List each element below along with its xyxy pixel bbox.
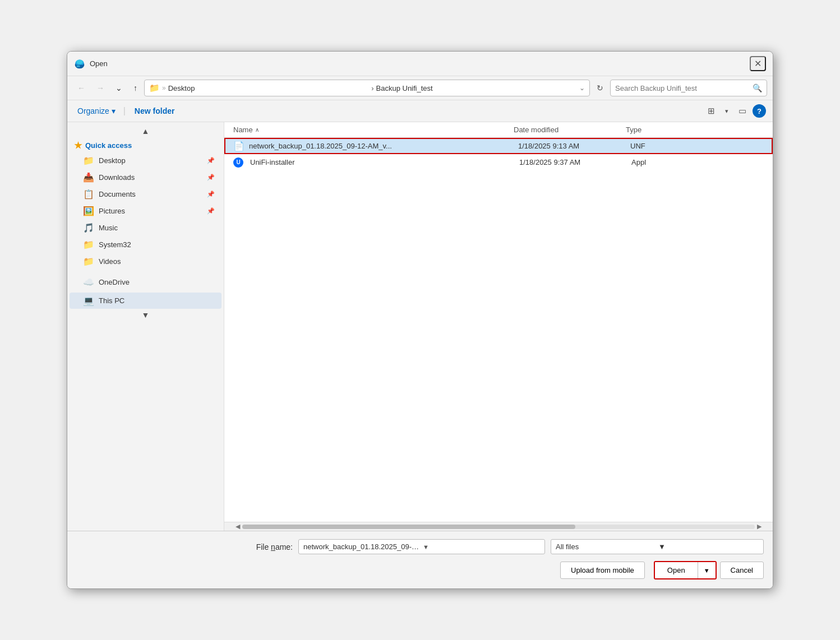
refresh-button[interactable]: ↻	[592, 81, 608, 95]
sidebar-item-system32[interactable]: 📁 System32	[70, 236, 221, 253]
file-area: Name ∧ Date modified Type 📄 network_back…	[224, 122, 773, 531]
scroll-thumb[interactable]	[242, 525, 575, 529]
upload-mobile-button[interactable]: Upload from mobile	[560, 562, 645, 579]
sidebar-item-onedrive[interactable]: ☁️ OneDrive	[70, 274, 221, 290]
quick-access-label: Quick access	[85, 141, 132, 150]
breadcrumb-bar[interactable]: 📁 » Desktop › Backup Unifi_test ⌄	[144, 80, 590, 96]
open-dropdown-button[interactable]: ▼	[698, 562, 716, 578]
title-bar: Open ✕	[67, 52, 773, 76]
open-dialog: Open ✕ ← → ⌄ ↑ 📁 » Desktop › Backup Unif…	[67, 51, 773, 589]
cancel-button[interactable]: Cancel	[720, 562, 764, 579]
view-dropdown-button[interactable]: ▾	[721, 105, 732, 117]
documents-folder-icon: 📋	[83, 189, 94, 200]
file-list-header: Name ∧ Date modified Type	[224, 122, 773, 138]
breadcrumb-separator1: »	[162, 84, 166, 92]
close-button[interactable]: ✕	[750, 56, 766, 71]
search-input[interactable]	[615, 84, 749, 92]
file-type-value: All files	[556, 542, 656, 551]
sidebar-item-documents[interactable]: 📋 Documents 📌	[70, 186, 221, 202]
file-list: 📄 network_backup_01.18.2025_09-12-AM_v..…	[224, 138, 773, 522]
sidebar-item-label-thispc: This PC	[99, 296, 124, 305]
pin-icon-pictures: 📌	[207, 207, 215, 215]
file-name-row: File name: network_backup_01.18.2025_09-…	[76, 539, 764, 554]
sidebar-item-pictures[interactable]: 🖼️ Pictures 📌	[70, 203, 221, 219]
file-type: UNF	[630, 142, 764, 150]
pictures-folder-icon: 🖼️	[83, 206, 94, 216]
desktop-folder-icon: 📁	[83, 155, 94, 166]
horizontal-scrollbar[interactable]: ◀ ▶	[224, 522, 773, 531]
sidebar-item-label-system32: System32	[99, 240, 131, 249]
file-date: 1/18/2025 9:13 AM	[518, 142, 630, 150]
sidebar-item-label-onedrive: OneDrive	[99, 278, 130, 286]
system32-icon: 📁	[83, 239, 94, 250]
downloads-folder-icon: 📥	[83, 172, 94, 183]
sidebar-scroll-down[interactable]: ▼	[67, 309, 224, 321]
onedrive-section: ☁️ OneDrive	[67, 274, 224, 290]
organize-button[interactable]: Organize ▾	[74, 105, 119, 117]
file-name: UniFi-installer	[250, 158, 519, 166]
open-button[interactable]: Open	[655, 562, 698, 578]
sort-arrow: ∧	[255, 127, 259, 133]
dialog-title: Open	[90, 59, 745, 68]
scroll-right-arrow[interactable]: ▶	[757, 523, 761, 530]
back-button[interactable]: ←	[73, 81, 90, 95]
view-controls: ⊞ ▾ ▭ ?	[704, 104, 766, 118]
quick-access-star-icon: ★	[74, 140, 82, 151]
sidebar-item-label-desktop: Desktop	[99, 156, 126, 165]
sidebar-item-thispc[interactable]: 💻 This PC	[70, 293, 221, 309]
file-name-dropdown-icon: ▼	[423, 544, 540, 550]
open-button-group: Open ▼	[654, 561, 717, 579]
list-view-button[interactable]: ⊞	[704, 104, 719, 118]
search-bar[interactable]: 🔍	[610, 80, 767, 96]
preview-pane-button[interactable]: ▭	[735, 104, 750, 118]
pin-icon-documents: 📌	[207, 191, 215, 198]
sidebar-item-label-videos: Videos	[99, 257, 121, 266]
breadcrumb-part1: Desktop	[168, 84, 369, 92]
thispc-section: 💻 This PC	[67, 293, 224, 309]
new-folder-button[interactable]: New folder	[130, 105, 179, 117]
sidebar-item-label-documents: Documents	[99, 190, 136, 198]
table-row[interactable]: 📄 network_backup_01.18.2025_09-12-AM_v..…	[224, 138, 773, 154]
breadcrumb-expand-icon: ⌄	[579, 84, 585, 92]
file-type: Appl	[631, 158, 764, 166]
scroll-left-arrow[interactable]: ◀	[236, 523, 240, 530]
file-name-input[interactable]: network_backup_01.18.2025_09-12-A... ▼	[298, 539, 545, 554]
up-button[interactable]: ↑	[129, 81, 142, 95]
unifi-icon: U	[233, 157, 243, 168]
sidebar-item-videos[interactable]: 📁 Videos	[70, 253, 221, 270]
file-type-select[interactable]: All files ▼	[551, 539, 764, 554]
actions-row: Upload from mobile Open ▼ Cancel	[76, 561, 764, 579]
file-type-chevron: ▼	[658, 542, 759, 551]
sidebar-item-label-downloads: Downloads	[99, 173, 135, 182]
sidebar-scroll-up[interactable]: ▲	[67, 126, 224, 137]
forward-button[interactable]: →	[92, 81, 109, 95]
pin-icon-downloads: 📌	[207, 174, 215, 181]
videos-folder-icon: 📁	[83, 256, 94, 267]
file-date: 1/18/2025 9:37 AM	[519, 158, 631, 166]
navigation-toolbar: ← → ⌄ ↑ 📁 » Desktop › Backup Unifi_test …	[67, 76, 773, 100]
breadcrumb-arrow: ›	[371, 84, 373, 92]
sidebar: ▲ ★ Quick access 📁 Desktop 📌 📥 Downloads…	[67, 122, 224, 531]
scroll-track[interactable]	[242, 525, 755, 529]
onedrive-icon: ☁️	[83, 277, 94, 287]
separator1: |	[123, 106, 126, 116]
help-button[interactable]: ?	[753, 104, 766, 118]
quick-access-header[interactable]: ★ Quick access	[67, 137, 224, 152]
file-name-value: network_backup_01.18.2025_09-12-A...	[303, 542, 421, 551]
action-toolbar: Organize ▾ | New folder ⊞ ▾ ▭ ?	[67, 100, 773, 122]
breadcrumb-part2: Backup Unifi_test	[376, 84, 577, 92]
pin-icon-desktop: 📌	[207, 157, 215, 164]
file-name: network_backup_01.18.2025_09-12-AM_v...	[249, 142, 518, 150]
sidebar-item-label-music: Music	[99, 224, 118, 232]
history-dropdown-button[interactable]: ⌄	[111, 81, 127, 95]
table-row[interactable]: U UniFi-installer 1/18/2025 9:37 AM Appl	[224, 154, 773, 170]
col-date-header[interactable]: Date modified	[514, 126, 626, 134]
col-name-header[interactable]: Name ∧	[233, 126, 514, 134]
music-icon: 🎵	[83, 222, 94, 233]
sidebar-item-desktop[interactable]: 📁 Desktop 📌	[70, 152, 221, 169]
sidebar-item-downloads[interactable]: 📥 Downloads 📌	[70, 169, 221, 185]
search-icon: 🔍	[753, 84, 762, 92]
sidebar-item-music[interactable]: 🎵 Music	[70, 220, 221, 236]
main-area: ▲ ★ Quick access 📁 Desktop 📌 📥 Downloads…	[67, 122, 773, 531]
col-type-header[interactable]: Type	[626, 126, 764, 134]
